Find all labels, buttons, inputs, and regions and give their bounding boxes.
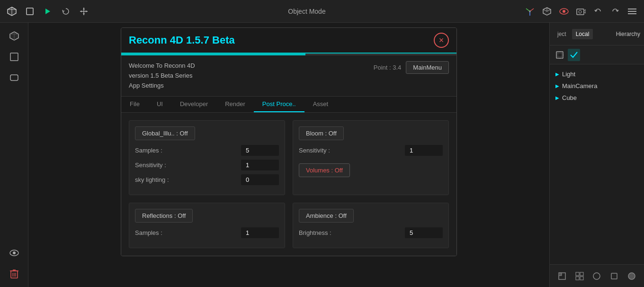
info-line2: version 1.5 Beta Series (129, 71, 195, 81)
brightness-input[interactable] (405, 227, 443, 238)
hierarchy-item-light[interactable]: ▶ Light (552, 68, 642, 80)
modal-content: Global_Illu.. : Off Samples : Sensitivit… (121, 113, 456, 256)
svg-point-20 (563, 10, 565, 13)
content-grid: Global_Illu.. : Off Samples : Sensitivit… (129, 120, 449, 248)
sidebar-rounded-rect-icon[interactable] (5, 68, 24, 87)
reflections-panel: Reflections : Off Samples : (129, 203, 285, 248)
hierarchy-item-cube-label: Cube (562, 94, 577, 101)
eye-icon[interactable] (557, 4, 571, 18)
sidebar-eye-icon[interactable] (5, 243, 24, 262)
svg-rect-48 (576, 277, 579, 280)
tab-developer[interactable]: Developer (171, 97, 216, 112)
arrow-icon-light: ▶ (555, 72, 559, 77)
tab-asset[interactable]: Asset (304, 97, 337, 112)
bloom-button[interactable]: Bloom : Off (299, 126, 344, 140)
sky-lighting-input[interactable] (241, 174, 279, 185)
square-icon[interactable] (23, 4, 37, 18)
hierarchy-list: ▶ Light ▶ MainCamera ▶ Cube (550, 64, 644, 264)
left-sidebar (0, 23, 28, 287)
bloom-panel: Bloom : Off Sensitivity : Volumes : Off (293, 120, 449, 195)
menu-icon[interactable] (625, 4, 639, 18)
modal-title: Reconn 4D 1.5.7 Beta (129, 34, 235, 46)
info-line3: App Settings (129, 81, 195, 91)
right-toolbar (550, 45, 644, 64)
modal-info-text: Welcome To Reconn 4D version 1.5 Beta Se… (129, 61, 195, 90)
svg-rect-21 (577, 9, 584, 15)
play-icon[interactable] (41, 4, 55, 18)
tab-ui[interactable]: UI (148, 97, 171, 112)
top-bar-left (5, 4, 91, 18)
samples-row: Samples : (135, 145, 279, 156)
main-layout: Reconn 4D 1.5.7 Beta × Welcome To Reconn… (0, 23, 644, 287)
brightness-label: Brightness : (299, 229, 331, 236)
cube-3d-icon[interactable] (540, 4, 554, 18)
svg-rect-51 (611, 273, 617, 279)
checkmark-icon[interactable] (568, 49, 580, 61)
reflections-button[interactable]: Reflections : Off (135, 209, 193, 223)
arrow-icon-cube: ▶ (555, 95, 559, 100)
modal-close-button[interactable]: × (434, 33, 449, 48)
svg-point-52 (628, 273, 635, 279)
main-menu-button[interactable]: MainMenu (406, 61, 449, 74)
square-outline-icon[interactable] (607, 269, 621, 283)
svg-marker-4 (45, 9, 50, 14)
info-line1: Welcome To Reconn 4D (129, 61, 195, 71)
svg-rect-49 (580, 277, 583, 280)
frame-icon[interactable] (554, 49, 566, 61)
svg-marker-10 (86, 10, 88, 12)
modal-info-right: Point : 3.4 MainMenu (374, 61, 449, 74)
volumes-button[interactable]: Volumes : Off (299, 163, 350, 177)
ambience-button[interactable]: Ambience : Off (299, 209, 354, 223)
svg-point-50 (593, 273, 600, 279)
local-tab[interactable]: Local (572, 29, 593, 39)
progress-fill (121, 54, 305, 55)
reflections-samples-row: Samples : (135, 227, 279, 238)
svg-marker-7 (83, 8, 85, 9)
tab-post-proce[interactable]: Post Proce.. (254, 97, 304, 112)
bloom-sensitivity-row: Sensitivity : (299, 145, 443, 156)
right-sidebar: ject Local Hierarchy ▶ Light ▶ MainCamer… (549, 23, 644, 287)
sensitivity-input[interactable] (241, 160, 279, 170)
samples-input[interactable] (241, 145, 279, 156)
modal-title-bar: Reconn 4D 1.5.7 Beta × (121, 28, 456, 54)
grid-4-icon[interactable] (572, 269, 587, 283)
progress-bar (121, 54, 456, 55)
ject-tab[interactable]: ject (554, 29, 570, 39)
camera-icon[interactable] (574, 4, 588, 18)
center-area: Reconn 4D 1.5.7 Beta × Welcome To Reconn… (28, 23, 549, 287)
tab-file[interactable]: File (121, 97, 148, 112)
hierarchy-label: Hierarchy (616, 31, 640, 37)
sidebar-cube-icon[interactable] (5, 27, 24, 45)
cube-icon[interactable] (5, 4, 19, 18)
redo-icon[interactable] (608, 4, 622, 18)
sidebar-trash-icon[interactable] (5, 264, 24, 283)
axis-icon[interactable] (523, 4, 537, 18)
sensitivity-row: Sensitivity : (135, 160, 279, 170)
svg-point-14 (529, 10, 531, 12)
hierarchy-item-cube[interactable]: ▶ Cube (552, 92, 642, 104)
move-icon[interactable] (77, 4, 91, 18)
sky-lighting-label: sky lighting : (135, 176, 169, 183)
sensitivity-label: Sensitivity : (135, 161, 166, 169)
hierarchy-item-light-label: Light (562, 71, 575, 78)
circle-icon[interactable] (590, 269, 604, 283)
mode-label: Object Mode (288, 8, 325, 15)
undo-icon[interactable] (591, 4, 605, 18)
modal-tabs: File UI Developer Render Post Proce.. As… (121, 97, 456, 113)
svg-point-23 (579, 10, 581, 13)
refresh-icon[interactable] (59, 4, 73, 18)
sidebar-rect-icon[interactable] (5, 47, 24, 66)
ambience-panel: Ambience : Off Brightness : (293, 203, 449, 248)
svg-point-33 (13, 251, 16, 254)
screen-corner-icon[interactable] (555, 269, 569, 283)
reflections-samples-input[interactable] (241, 227, 279, 238)
bloom-sensitivity-input[interactable] (405, 145, 443, 156)
svg-rect-40 (556, 52, 563, 58)
right-bottom-toolbar (550, 264, 644, 287)
global-illu-button[interactable]: Global_Illu.. : Off (135, 126, 195, 140)
top-bar: Object Mode (0, 0, 644, 23)
tab-render[interactable]: Render (216, 97, 254, 112)
brightness-row: Brightness : (299, 227, 443, 238)
sphere-icon[interactable] (625, 269, 639, 283)
hierarchy-item-maincamera[interactable]: ▶ MainCamera (552, 80, 642, 92)
